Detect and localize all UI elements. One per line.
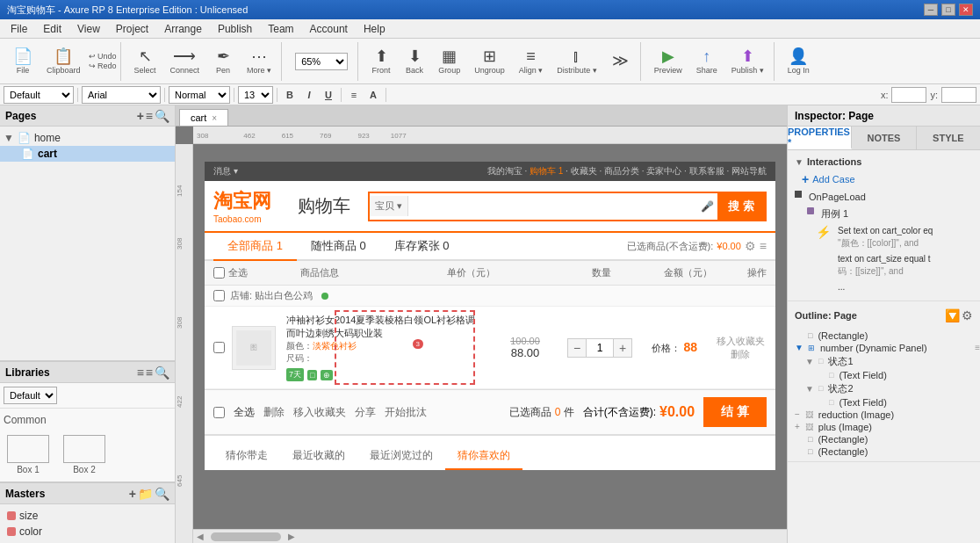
tb-bottom-tab-collected[interactable]: 最近收藏的 (280, 443, 357, 470)
bold-button[interactable]: B (281, 86, 299, 104)
masters-folder-button[interactable]: 📁 (138, 487, 153, 501)
preview-button[interactable]: ▶ Preview (648, 44, 688, 79)
lib-options-button[interactable]: ≡ (146, 366, 153, 380)
footer-move-favorites[interactable]: 移入收藏夹 (293, 405, 346, 420)
more2-button[interactable]: ≫ (605, 44, 637, 79)
itree-case1[interactable]: 用例 1 (788, 206, 980, 222)
outline-node-rect1[interactable]: □ (Rectangle) (788, 329, 980, 342)
redo-button[interactable]: ↪ Redo (89, 62, 117, 70)
page-item-cart[interactable]: 📄 cart (0, 146, 175, 162)
lib-settings-button[interactable]: ≡ (137, 366, 144, 380)
footer-select-all-checkbox[interactable] (213, 407, 225, 418)
canvas-tab-cart-close[interactable]: × (212, 113, 217, 123)
menu-project[interactable]: Project (109, 21, 155, 37)
pages-options-button[interactable]: ≡ (146, 109, 153, 123)
inspector-tab-properties[interactable]: PROPERTIES * (788, 127, 852, 149)
font-select[interactable]: Arial (82, 86, 161, 104)
pages-search-button[interactable]: 🔍 (155, 109, 169, 123)
dp-options-btn[interactable]: ≡ (975, 343, 980, 352)
maximize-button[interactable]: □ (941, 4, 955, 16)
outline-settings-button[interactable]: ⚙ (962, 308, 973, 322)
scroll-thumb[interactable] (211, 532, 281, 541)
outline-filter-button[interactable]: 🔽 (945, 308, 960, 322)
itree-more[interactable]: ⚡ ... (788, 279, 980, 297)
tb-bottom-tab-favorites[interactable]: 猜你喜欢的 (445, 443, 522, 470)
menu-view[interactable]: View (70, 21, 107, 37)
tb-search-input[interactable] (408, 197, 697, 216)
lib-search-button[interactable]: 🔍 (155, 366, 169, 380)
masters-search-button[interactable]: 🔍 (155, 487, 169, 501)
canvas-horizontal-scrollbar[interactable]: ◀ ▶ (193, 529, 787, 543)
zoom-control[interactable]: 65% 50% 75% 100% 65% (289, 44, 354, 79)
outline-node-state1[interactable]: ▼ □ 状态1 (788, 354, 980, 369)
scroll-left-btn[interactable]: ◀ (193, 532, 207, 541)
share-button[interactable]: ↑ Share (690, 44, 724, 79)
color-button[interactable]: A (364, 86, 382, 104)
outline-node-textfield1[interactable]: □ (Text Field) (788, 369, 980, 381)
italic-button[interactable]: I (300, 86, 318, 104)
tb-qty-minus[interactable]: − (567, 338, 587, 358)
select-all-checkbox[interactable] (213, 267, 225, 279)
pages-add-button[interactable]: + (137, 109, 144, 123)
item-checkbox[interactable] (213, 342, 225, 353)
footer-share[interactable]: 分享 (355, 405, 376, 420)
more-button[interactable]: ⋯ More ▾ (241, 44, 277, 79)
tb-delete-item[interactable]: 删除 (714, 348, 767, 361)
library-dropdown[interactable]: Default (4, 387, 57, 404)
new-button[interactable]: 📄 File (7, 44, 39, 79)
interactions-section-header[interactable]: ▼ Interactions (788, 154, 980, 170)
lib-item-box1[interactable]: Box 1 (4, 431, 53, 478)
outline-node-number-dp[interactable]: ▼ ⊞ number (Dynamic Panel) ≡ (788, 342, 980, 354)
tb-nav-tab-stock[interactable]: 库存紧张 0 (380, 233, 464, 261)
minimize-button[interactable]: ─ (924, 4, 938, 16)
tb-search-select[interactable]: 宝贝 ▾ (370, 196, 408, 216)
shop-checkbox[interactable] (213, 290, 225, 301)
close-button[interactable]: ✕ (959, 4, 973, 16)
publish-button[interactable]: ⬆ Publish ▾ (725, 44, 770, 79)
tb-settings-icon[interactable]: ⚙ (745, 239, 756, 253)
inspector-tab-style[interactable]: STYLE (917, 127, 980, 149)
menu-team[interactable]: Team (261, 21, 300, 37)
distribute-button[interactable]: ⫿ Distribute ▾ (551, 44, 603, 79)
clipboard-button[interactable]: 📋 Clipboard (40, 44, 87, 79)
outline-node-state2[interactable]: ▼ □ 状态2 (788, 381, 980, 396)
tb-move-to-favorites[interactable]: 移入收藏夹 (714, 335, 767, 348)
undo-button[interactable]: ↩ Undo (89, 52, 117, 61)
tb-bottom-tab-guess[interactable]: 猜你带走 (213, 443, 280, 470)
tb-nav-tab-all[interactable]: 全部商品 1 (213, 233, 297, 261)
y-input[interactable] (941, 87, 976, 103)
masters-add-button[interactable]: + (129, 487, 136, 501)
group-button[interactable]: ▦ Group (432, 44, 466, 79)
checkout-button[interactable]: 结 算 (703, 397, 767, 427)
add-case-button[interactable]: + Add Case (788, 170, 980, 189)
back-button[interactable]: ⬇ Back (399, 44, 430, 79)
underline-button[interactable]: U (320, 86, 337, 104)
itree-action2[interactable]: ⚡ text on cart_size equal t码：[[size]]", … (788, 251, 980, 279)
inspector-tab-notes[interactable]: NOTES (852, 127, 916, 149)
connect-button[interactable]: ⟶ Connect (164, 44, 206, 79)
select-button[interactable]: ↖ Select (128, 44, 162, 79)
tb-qty-input[interactable] (587, 338, 613, 358)
size-select[interactable]: 13 (238, 86, 273, 104)
menu-arrange[interactable]: Arrange (157, 21, 209, 37)
menu-help[interactable]: Help (357, 21, 393, 37)
canvas-tab-cart[interactable]: cart × (179, 109, 228, 126)
menu-edit[interactable]: Edit (36, 21, 68, 37)
tb-qty-plus[interactable]: + (613, 338, 632, 358)
outline-node-plus[interactable]: + 🖼 plus (Image) (788, 421, 980, 433)
master-item-size[interactable]: size (4, 508, 171, 524)
menu-account[interactable]: Account (303, 21, 355, 37)
align-button[interactable]: ≡ Align ▾ (513, 44, 550, 79)
outline-node-rect2[interactable]: □ (Rectangle) (788, 433, 980, 445)
canvas-content[interactable]: 消息 ▾ 我的淘宝 · 购物车 1 · 收藏夹 · 商品分类 · 卖家中心 · … (193, 144, 787, 543)
front-button[interactable]: ⬆ Front (365, 44, 397, 79)
pen-button[interactable]: ✒ Pen (207, 44, 239, 79)
tb-search-button[interactable]: 搜 索 (717, 193, 765, 220)
login-button[interactable]: 👤 Log In (782, 44, 816, 79)
itree-action1[interactable]: ⚡ Set text on cart_color eq"颜色：[[color]]… (788, 223, 980, 251)
style2-select[interactable]: Normal (169, 86, 230, 104)
scroll-right-btn[interactable]: ▶ (285, 532, 299, 541)
menu-file[interactable]: File (4, 21, 34, 37)
tb-more-icon[interactable]: ≡ (760, 239, 767, 253)
lib-item-box2[interactable]: Box 2 (60, 431, 109, 478)
